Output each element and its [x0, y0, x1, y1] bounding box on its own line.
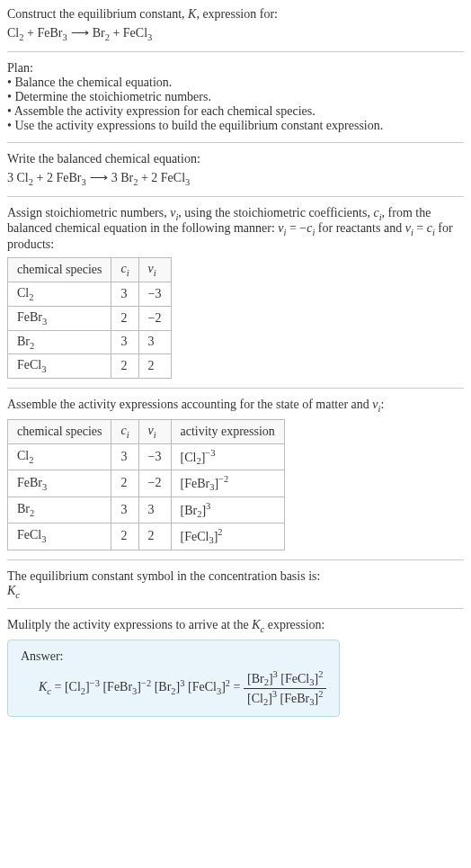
divider [7, 51, 464, 52]
unbalanced-equation: Cl2 + FeBr3 ⟶ Br2 + FeCl3 [7, 25, 464, 42]
intro-section: Construct the equilibrium constant, K, e… [7, 7, 464, 42]
col-nui: νi [138, 419, 171, 443]
divider [7, 608, 464, 609]
symbol-section: The equilibrium constant symbol in the c… [7, 569, 464, 600]
table-row: FeCl322[FeCl3]2 [8, 523, 285, 550]
balanced-section: Write the balanced chemical equation: 3 … [7, 152, 464, 187]
product: FeCl3 [161, 171, 190, 184]
fraction: [Br2]3 [FeCl3]2[Cl2]3 [FeBr3]2 [244, 669, 326, 707]
stoich-section: Assign stoichiometric numbers, νi, using… [7, 206, 464, 380]
plan-item: • Assemble the activity expression for e… [7, 104, 464, 119]
table-row: FeCl322 [8, 354, 172, 379]
plan-title: Plan: [7, 61, 464, 76]
activity-title: Assemble the activity expressions accoun… [7, 398, 464, 414]
multiply-section: Mulitply the activity expressions to arr… [7, 618, 464, 717]
col-ci: ci [111, 419, 138, 443]
divider [7, 142, 464, 143]
intro-text: Construct the equilibrium constant, [7, 7, 188, 21]
answer-box: Answer: Kc = [Cl2]−3 [FeBr3]−2 [Br2]3 [F… [7, 640, 340, 717]
table-row: FeBr32−2 [8, 306, 172, 330]
col-ci: ci [111, 258, 138, 282]
reactant: Cl2 [17, 171, 33, 184]
reactant: Cl2 [7, 26, 23, 40]
table-row: Cl23−3[Cl2]−3 [8, 443, 285, 470]
plan-item: • Use the activity expressions to build … [7, 119, 464, 133]
arrow-icon: ⟶ [71, 25, 89, 40]
symbol-text: The equilibrium constant symbol in the c… [7, 569, 464, 584]
activity-section: Assemble the activity expressions accoun… [7, 398, 464, 550]
product: FeCl3 [123, 26, 152, 40]
answer-expression: Kc = [Cl2]−3 [FeBr3]−2 [Br2]3 [FeCl3]2 =… [21, 669, 326, 707]
table-row: Br233[Br2]3 [8, 497, 285, 523]
answer-label: Answer: [21, 649, 326, 664]
intro-text2: , expression for: [196, 7, 278, 21]
arrow-icon: ⟶ [90, 170, 108, 185]
divider [7, 196, 464, 197]
col-species: chemical species [8, 258, 111, 282]
table-row: Cl23−3 [8, 282, 172, 306]
stoich-text: Assign stoichiometric numbers, νi, using… [7, 206, 464, 253]
col-nui: νi [138, 258, 171, 282]
plan-section: Plan: • Balance the chemical equation. •… [7, 61, 464, 133]
table-header-row: chemical species ci νi activity expressi… [8, 419, 285, 443]
plan-item: • Determine the stoichiometric numbers. [7, 90, 464, 104]
stoich-table: chemical species ci νi Cl23−3 FeBr32−2 B… [7, 257, 172, 379]
divider [7, 388, 464, 389]
multiply-text: Mulitply the activity expressions to arr… [7, 618, 464, 634]
reactant: FeBr3 [56, 171, 85, 184]
plan-item: • Balance the chemical equation. [7, 76, 464, 90]
balanced-equation: 3 Cl2 + 2 FeBr3 ⟶ 3 Br2 + 2 FeCl3 [7, 170, 464, 187]
col-species: chemical species [8, 419, 111, 443]
K-symbol: K [188, 7, 196, 21]
activity-table: chemical species ci νi activity expressi… [7, 419, 285, 550]
table-row: FeBr32−2[FeBr3]−2 [8, 470, 285, 497]
product: Br2 [93, 26, 110, 40]
table-row: Br233 [8, 330, 172, 354]
table-header-row: chemical species ci νi [8, 258, 172, 282]
kc-symbol: Kc [7, 584, 464, 600]
col-activity: activity expression [171, 419, 284, 443]
divider [7, 559, 464, 560]
product: Br2 [120, 171, 138, 184]
balanced-title: Write the balanced chemical equation: [7, 152, 464, 166]
reactant: FeBr3 [37, 26, 67, 40]
